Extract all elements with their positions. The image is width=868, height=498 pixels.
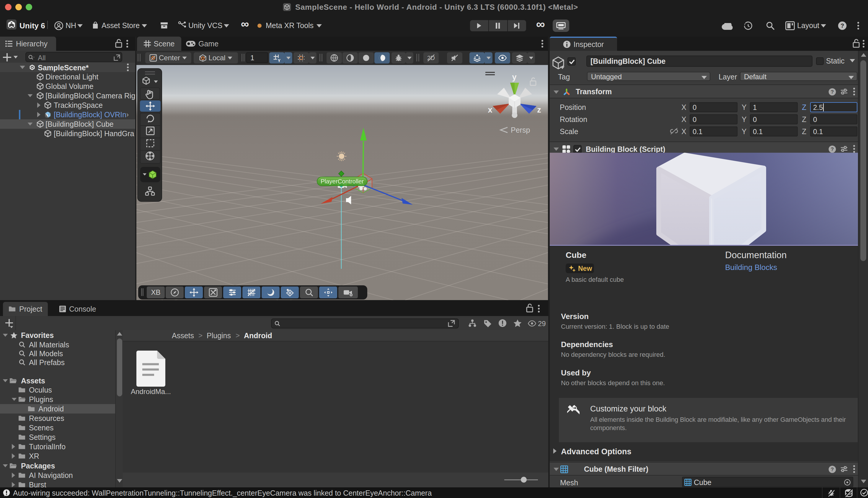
svg-text:y: y xyxy=(512,73,516,81)
svg-text:PlayerController: PlayerController xyxy=(321,178,364,185)
svg-text:x: x xyxy=(488,105,492,114)
svg-text:?: ? xyxy=(831,146,834,152)
svg-text:?: ? xyxy=(831,89,834,95)
svg-text:?: ? xyxy=(841,23,844,29)
svg-text:?: ? xyxy=(831,467,834,472)
svg-text:Persp: Persp xyxy=(511,126,530,134)
svg-text:Y: Y xyxy=(278,58,281,62)
svg-text:z: z xyxy=(537,105,541,114)
